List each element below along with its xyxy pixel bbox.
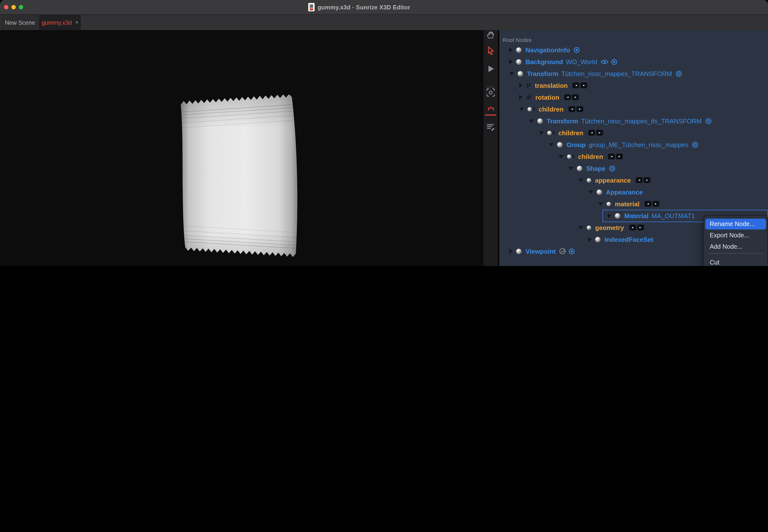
- collapse-arrow-icon[interactable]: [539, 131, 544, 134]
- node-sphere-icon: [615, 213, 620, 218]
- menu-item-add-node[interactable]: Add Node...: [705, 241, 766, 252]
- tool-icon[interactable]: [559, 248, 566, 255]
- tree-row[interactable]: children◂▸: [499, 127, 768, 139]
- route-out-icon[interactable]: ▸: [577, 106, 583, 112]
- node-type-label: Transform: [547, 117, 578, 125]
- zoom-window-button[interactable]: [19, 5, 23, 9]
- tab-new-scene[interactable]: New Scene: [0, 15, 40, 30]
- tree-row[interactable]: appearance◂▸: [499, 174, 768, 186]
- bound-icon[interactable]: [568, 248, 575, 254]
- route-out-icon[interactable]: ▸: [644, 177, 651, 183]
- route-out-icon[interactable]: ▸: [596, 130, 603, 136]
- expand-arrow-icon[interactable]: [509, 47, 513, 52]
- collapse-arrow-icon[interactable]: [588, 190, 593, 194]
- visibility-icon[interactable]: [692, 141, 698, 148]
- tree-row-content: children◂▸: [558, 151, 623, 162]
- play-button[interactable]: [483, 63, 498, 75]
- field-name-label: translation: [535, 82, 568, 89]
- mfnode-lines-icon: [552, 131, 554, 134]
- hand-pan-icon: [486, 30, 495, 39]
- tree-row[interactable]: Groupgroup_ME_Tütchen_rissc_mappes: [499, 139, 768, 151]
- route-out-icon[interactable]: ▸: [572, 94, 579, 100]
- light-icon: [486, 106, 495, 113]
- collapse-arrow-icon[interactable]: [529, 119, 534, 123]
- route-out-icon[interactable]: ▸: [581, 82, 588, 88]
- sunrize-editor-window: gummy.x3d · Sunrize X3D Editor New Scene…: [0, 0, 768, 266]
- collapse-arrow-icon[interactable]: [579, 178, 583, 182]
- mfnode-lines-icon: [533, 108, 535, 110]
- close-window-button[interactable]: [4, 5, 8, 9]
- window-title: gummy.x3d · Sunrize X3D Editor: [318, 4, 410, 11]
- route-in-icon[interactable]: ◂: [636, 177, 643, 183]
- translation-icon: [526, 83, 531, 88]
- menu-item-export-node[interactable]: Export Node...: [705, 230, 766, 241]
- collapse-arrow-icon[interactable]: [549, 143, 554, 146]
- hand-pan-button[interactable]: [483, 29, 498, 40]
- route-in-icon[interactable]: ◂: [564, 94, 571, 100]
- tree-row[interactable]: NavigationInfo: [499, 44, 768, 56]
- close-tab-icon[interactable]: ×: [75, 20, 78, 25]
- visibility-icon[interactable]: [675, 70, 682, 77]
- route-in-icon[interactable]: ◂: [568, 106, 575, 112]
- tree-row[interactable]: rotation◂▸: [499, 91, 768, 103]
- field-name-label: material: [615, 200, 640, 208]
- tree-row-content: Viewpoint: [509, 245, 575, 257]
- sfnode-icon: [587, 225, 591, 230]
- expand-arrow-icon[interactable]: [519, 95, 522, 100]
- expand-arrow-icon[interactable]: [509, 249, 513, 254]
- eye-icon[interactable]: [601, 59, 609, 64]
- node-sphere-icon: [517, 71, 523, 76]
- tree-row[interactable]: TransformTütchen_rissc_mappes_ifs_TRANSF…: [499, 115, 768, 127]
- viewfinder-button[interactable]: [483, 86, 498, 98]
- mfnode-icon: [547, 131, 552, 135]
- tree-row[interactable]: Appearance: [499, 186, 768, 198]
- script-edit-button[interactable]: [483, 121, 498, 133]
- route-in-icon[interactable]: ◂: [608, 153, 615, 159]
- collapse-arrow-icon[interactable]: [568, 167, 573, 170]
- expand-arrow-icon[interactable]: [608, 213, 612, 218]
- route-out-icon[interactable]: ▸: [637, 225, 644, 230]
- menu-item-rename-node[interactable]: Rename Node...: [705, 218, 766, 229]
- expand-arrow-icon[interactable]: [509, 59, 513, 64]
- route-badges: ◂▸: [564, 94, 579, 100]
- collapse-arrow-icon[interactable]: [579, 226, 583, 229]
- tree-row-content: BackgroundWO_World: [509, 56, 617, 68]
- select-arrow-button[interactable]: [483, 45, 498, 57]
- collapse-arrow-icon[interactable]: [598, 202, 603, 206]
- field-name-label: rotation: [535, 94, 559, 101]
- tree-row-content: Groupgroup_ME_Tütchen_rissc_mappes: [549, 139, 698, 151]
- pouch-render[interactable]: [180, 95, 299, 259]
- tree-row[interactable]: translation◂▸: [499, 79, 768, 91]
- light-button[interactable]: [483, 103, 498, 115]
- route-in-icon[interactable]: ◂: [588, 130, 595, 136]
- tree-row[interactable]: BackgroundWO_World: [499, 56, 768, 68]
- collapse-arrow-icon[interactable]: [558, 155, 563, 158]
- route-in-icon[interactable]: ◂: [629, 225, 636, 230]
- tree-row[interactable]: children◂▸: [499, 151, 768, 162]
- minimize-window-button[interactable]: [11, 5, 16, 9]
- tree-row[interactable]: TransformTütchen_rissc_mappes_TRANSFORM: [499, 68, 768, 79]
- collapse-arrow-icon[interactable]: [519, 107, 524, 111]
- visibility-icon[interactable]: [609, 165, 616, 171]
- tree-row[interactable]: Shape: [499, 162, 768, 174]
- tree-row[interactable]: material◂▸: [499, 198, 768, 210]
- expand-arrow-icon[interactable]: [588, 237, 592, 242]
- tree-row-content: children◂▸: [539, 127, 603, 139]
- tree-row[interactable]: children◂▸: [499, 103, 768, 115]
- node-sphere-icon: [516, 59, 521, 64]
- menu-item-cut[interactable]: Cut: [705, 257, 766, 266]
- route-in-icon[interactable]: ◂: [645, 201, 652, 207]
- 3d-viewport[interactable]: [0, 30, 483, 266]
- node-type-label: NavigationInfo: [525, 46, 570, 54]
- visibility-icon[interactable]: [705, 118, 712, 124]
- expand-arrow-icon[interactable]: [519, 83, 522, 88]
- tree-row-content: Appearance: [588, 186, 643, 198]
- bound-icon[interactable]: [611, 58, 617, 65]
- collapse-arrow-icon[interactable]: [509, 72, 514, 75]
- bound-icon[interactable]: [573, 47, 580, 53]
- route-out-icon[interactable]: ▸: [653, 201, 659, 207]
- node-status-icons: [675, 70, 682, 77]
- route-in-icon[interactable]: ◂: [573, 82, 580, 88]
- route-out-icon[interactable]: ▸: [616, 153, 623, 159]
- tab-gummy-x3d[interactable]: gummy.x3d ×: [40, 15, 80, 30]
